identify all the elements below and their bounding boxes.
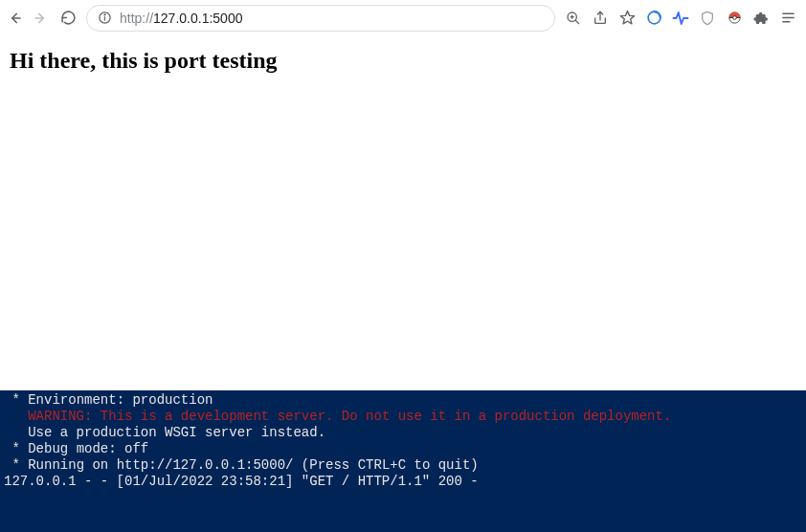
extension-icon-shield[interactable] (699, 10, 716, 27)
url-text: http://127.0.0.1:5000 (120, 11, 545, 26)
svg-marker-10 (620, 11, 634, 23)
terminal-line: * Environment: production (4, 392, 802, 409)
extensions-puzzle-icon[interactable] (752, 10, 770, 27)
url-host: 127.0.0.1:5000 (153, 11, 242, 26)
bookmark-star-icon[interactable] (618, 10, 636, 27)
extension-icon-blue-circle[interactable] (645, 10, 662, 27)
page-content: Hi there, this is port testing (0, 36, 806, 85)
svg-point-4 (104, 14, 105, 15)
toolbar-right-icons (565, 10, 800, 27)
terminal-warning-line: WARNING: This is a development server. D… (4, 409, 802, 425)
extension-icon-pokeball[interactable] (726, 10, 743, 27)
share-icon[interactable] (592, 10, 609, 27)
site-info-icon[interactable] (97, 11, 112, 26)
terminal-line: * Running on http://127.0.0.1:5000/ (Pre… (4, 457, 802, 474)
terminal-line: Use a production WSGI server instead. (4, 425, 802, 441)
terminal-line: * Debug mode: off (4, 441, 802, 457)
reading-list-icon[interactable] (779, 10, 796, 27)
terminal-line: 127.0.0.1 - - [01/Jul/2022 23:58:21] "GE… (4, 474, 802, 490)
forward-button[interactable] (33, 10, 50, 27)
svg-point-14 (732, 16, 736, 20)
url-protocol: http:// (120, 11, 153, 26)
reload-button[interactable] (59, 10, 77, 27)
page-heading: Hi there, this is port testing (10, 48, 796, 74)
address-bar[interactable]: http://127.0.0.1:5000 (86, 5, 555, 32)
browser-toolbar: http://127.0.0.1:5000 (0, 0, 806, 36)
extension-icon-pulse[interactable] (672, 10, 689, 27)
zoom-icon[interactable] (565, 10, 582, 27)
svg-line-6 (575, 20, 579, 24)
terminal-window[interactable]: * Environment: production WARNING: This … (0, 390, 806, 532)
back-button[interactable] (6, 10, 23, 27)
